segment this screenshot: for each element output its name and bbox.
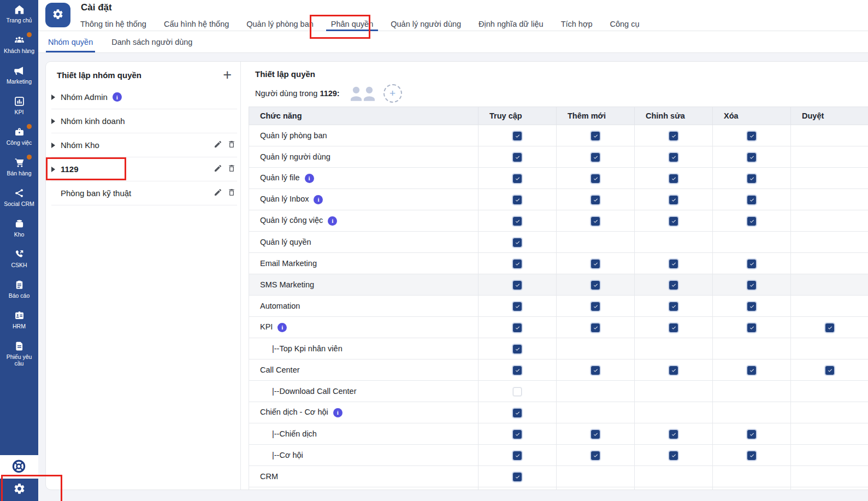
checkbox-checked[interactable] <box>591 196 600 204</box>
tab-3[interactable]: Quản lý phòng ban <box>246 16 314 31</box>
group-row[interactable]: Nhóm Admini <box>51 85 237 109</box>
checkbox-checked[interactable] <box>669 323 678 332</box>
checkbox-checked[interactable] <box>591 366 600 375</box>
sidebar-item-briefcase[interactable]: Công việc <box>0 122 38 153</box>
checkbox-checked[interactable] <box>513 196 522 204</box>
group-row[interactable]: Nhóm Kho <box>51 133 237 157</box>
checkbox-checked[interactable] <box>513 238 522 247</box>
checkbox-checked[interactable] <box>591 302 600 311</box>
checkbox-checked[interactable] <box>747 260 756 268</box>
sidebar-item-report[interactable]: Báo cáo <box>0 275 38 306</box>
checkbox-checked[interactable] <box>513 366 522 375</box>
info-icon[interactable]: i <box>277 323 287 332</box>
checkbox-checked[interactable] <box>747 323 756 332</box>
checkbox-checked[interactable] <box>669 366 678 375</box>
pencil-icon[interactable] <box>214 188 222 199</box>
checkbox-checked[interactable] <box>591 281 600 290</box>
checkbox-checked[interactable] <box>513 430 522 439</box>
checkbox-checked[interactable] <box>669 132 678 140</box>
tab-5[interactable]: Quản lý người dùng <box>391 16 461 31</box>
checkbox-checked[interactable] <box>669 302 678 311</box>
tab-4[interactable]: Phân quyền <box>331 16 373 31</box>
checkbox-checked[interactable] <box>747 132 756 140</box>
subtab-2[interactable]: Danh sách người dùng <box>110 31 193 52</box>
checkbox-checked[interactable] <box>513 409 522 417</box>
info-icon[interactable]: i <box>305 174 314 183</box>
sidebar-item-megaphone[interactable]: Marketing <box>0 61 38 92</box>
sidebar-item-kpi-chart[interactable]: KPI <box>0 92 38 122</box>
checkbox-checked[interactable] <box>591 132 600 140</box>
expand-arrow-icon[interactable] <box>51 143 55 148</box>
checkbox-checked[interactable] <box>747 217 756 226</box>
checkbox-checked[interactable] <box>591 430 600 439</box>
checkbox-checked[interactable] <box>513 217 522 226</box>
info-icon[interactable]: i <box>333 408 343 417</box>
checkbox-checked[interactable] <box>591 217 600 226</box>
checkbox-checked[interactable] <box>591 323 600 332</box>
info-icon[interactable]: i <box>314 195 323 204</box>
checkbox-checked[interactable] <box>825 366 834 375</box>
info-icon[interactable]: i <box>328 216 337 226</box>
sidebar-settings-button[interactable] <box>0 479 38 501</box>
sidebar-item-customers[interactable]: Khách hàng <box>0 31 38 61</box>
sidebar-item-document[interactable]: Phiếu yêu cầu <box>0 337 38 367</box>
checkbox-checked[interactable] <box>669 153 678 162</box>
sidebar-item-idcard[interactable]: HRM <box>0 306 38 337</box>
checkbox-checked[interactable] <box>747 366 756 375</box>
checkbox-checked[interactable] <box>591 260 600 268</box>
group-row[interactable]: Phòng ban kỹ thuật <box>51 181 237 205</box>
checkbox-checked[interactable] <box>513 473 522 481</box>
group-row[interactable]: Nhóm kinh doanh <box>51 109 237 133</box>
checkbox-checked[interactable] <box>669 260 678 268</box>
sidebar-item-warehouse[interactable]: Kho <box>0 214 38 245</box>
tab-8[interactable]: Công cụ <box>610 16 640 31</box>
checkbox-checked[interactable] <box>669 174 678 183</box>
checkbox-checked[interactable] <box>513 260 522 268</box>
trash-icon[interactable] <box>227 188 236 199</box>
tab-1[interactable]: Thông tin hệ thống <box>80 16 146 31</box>
checkbox-checked[interactable] <box>513 281 522 290</box>
checkbox-checked[interactable] <box>513 451 522 460</box>
settings-module-button[interactable] <box>45 3 70 27</box>
checkbox-checked[interactable] <box>747 451 756 460</box>
trash-icon[interactable] <box>227 140 236 151</box>
sidebar-item-home[interactable]: Trang chủ <box>0 0 38 31</box>
help-lifebuoy-icon[interactable] <box>11 458 27 474</box>
checkbox-unchecked[interactable] <box>513 387 522 396</box>
checkbox-checked[interactable] <box>747 430 756 439</box>
checkbox-checked[interactable] <box>669 196 678 204</box>
avatar[interactable] <box>358 82 380 104</box>
checkbox-checked[interactable] <box>669 217 678 226</box>
checkbox-checked[interactable] <box>669 281 678 290</box>
checkbox-checked[interactable] <box>747 196 756 204</box>
checkbox-checked[interactable] <box>825 323 834 332</box>
info-icon[interactable]: i <box>113 92 122 102</box>
tab-7[interactable]: Tích hợp <box>561 16 593 31</box>
checkbox-checked[interactable] <box>591 451 600 460</box>
checkbox-checked[interactable] <box>747 302 756 311</box>
subtab-1[interactable]: Nhóm quyền <box>47 31 94 52</box>
checkbox-checked[interactable] <box>669 451 678 460</box>
sidebar-item-phone-out[interactable]: CSKH <box>0 245 38 275</box>
add-group-button[interactable]: + <box>223 69 232 80</box>
pencil-icon[interactable] <box>214 164 222 175</box>
checkbox-checked[interactable] <box>747 174 756 183</box>
tab-2[interactable]: Cấu hình hệ thống <box>164 16 229 31</box>
checkbox-checked[interactable] <box>513 174 522 183</box>
checkbox-checked[interactable] <box>513 132 522 140</box>
checkbox-checked[interactable] <box>591 174 600 183</box>
checkbox-checked[interactable] <box>513 153 522 162</box>
add-user-button[interactable]: + <box>383 84 402 103</box>
pencil-icon[interactable] <box>214 140 222 151</box>
sidebar-item-cart[interactable]: Bán hàng <box>0 153 38 184</box>
checkbox-checked[interactable] <box>669 430 678 439</box>
expand-arrow-icon[interactable] <box>51 95 55 100</box>
sidebar-item-share[interactable]: Social CRM <box>0 184 38 214</box>
checkbox-checked[interactable] <box>591 153 600 162</box>
group-row[interactable]: 1129 <box>51 157 237 181</box>
checkbox-checked[interactable] <box>513 302 522 311</box>
checkbox-checked[interactable] <box>747 153 756 162</box>
expand-arrow-icon[interactable] <box>51 119 55 124</box>
expand-arrow-icon[interactable] <box>51 167 55 172</box>
tab-6[interactable]: Định nghĩa dữ liệu <box>479 16 544 31</box>
